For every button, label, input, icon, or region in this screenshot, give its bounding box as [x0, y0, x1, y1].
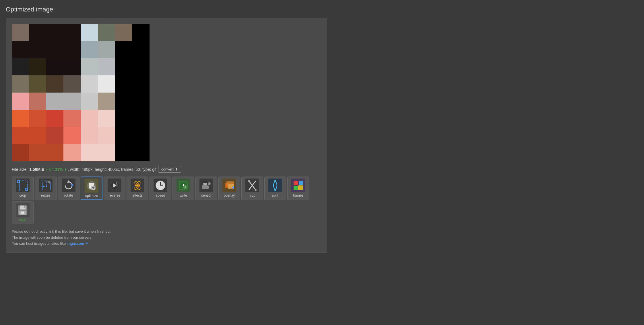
tool-speed-label: speed [156, 193, 165, 197]
tool-effects-label: effects [132, 193, 142, 197]
pixel-3 [63, 24, 81, 41]
pixel-5 [98, 24, 115, 41]
pixel-27 [63, 75, 81, 93]
pixel-63 [132, 144, 150, 161]
svg-rect-6 [42, 182, 50, 190]
tool-speed[interactable]: speed [150, 177, 171, 200]
imgur-link[interactable]: imgur.com ↗ [67, 241, 88, 246]
pixel-20 [81, 58, 98, 75]
tool-reverse[interactable]: reverse [104, 177, 125, 200]
pixel-11 [63, 41, 81, 58]
tool-overlay[interactable]: overlay [218, 177, 240, 200]
tool-save[interactable]: save [12, 201, 34, 224]
pixel-25 [29, 75, 46, 93]
svg-marker-9 [71, 183, 74, 187]
pixel-44 [81, 110, 98, 127]
pixel-14 [115, 41, 132, 58]
percent-value: 64.31% [49, 167, 63, 172]
footer-text: Please do not directly link this file, b… [12, 229, 321, 246]
optimize-icon [85, 179, 98, 193]
svg-rect-32 [203, 181, 207, 183]
pixel-47 [132, 110, 150, 127]
pixel-17 [29, 58, 46, 75]
convert-label: convert [161, 167, 174, 171]
pixel-19 [63, 58, 81, 75]
svg-rect-45 [299, 181, 303, 185]
pixel-54 [115, 127, 132, 144]
svg-point-42 [274, 180, 276, 182]
tool-write[interactable]: T+write [172, 177, 194, 200]
pixel-9 [29, 41, 46, 58]
pixel-12 [81, 41, 98, 58]
footer-line3: You can host images at sites like imgur.… [12, 241, 321, 247]
pixel-37 [98, 93, 115, 110]
pixel-22 [115, 58, 132, 75]
pixel-45 [98, 110, 115, 127]
svg-point-15 [116, 184, 118, 187]
pixel-23 [132, 58, 150, 75]
tool-crop-label: crop [19, 193, 26, 197]
pixel-10 [46, 41, 63, 58]
censor-icon [199, 179, 213, 192]
split-icon [268, 179, 282, 192]
pixel-52 [81, 127, 98, 144]
preview-image [12, 24, 150, 161]
pixel-21 [98, 58, 115, 75]
percent-close: ) [65, 167, 66, 172]
main-container: File size: 1.58MiB ( 64.31% ) , width: 4… [6, 18, 327, 252]
svg-point-40 [248, 180, 250, 182]
pixel-2 [46, 24, 63, 41]
file-info: File size: 1.58MiB ( 64.31% ) , width: 4… [12, 166, 321, 173]
pixel-1 [29, 24, 46, 41]
tool-cut-label: cut [250, 193, 255, 197]
pixel-51 [63, 127, 81, 144]
pixel-55 [132, 127, 150, 144]
pixel-4 [81, 24, 98, 41]
pixel-57 [29, 144, 46, 161]
pixel-61 [98, 144, 115, 161]
tool-censor[interactable]: censor [195, 177, 217, 200]
overlay-icon [222, 179, 236, 192]
tool-resize[interactable]: resize [35, 177, 57, 200]
image-area [12, 24, 321, 161]
tool-split[interactable]: split [264, 177, 286, 200]
svg-point-43 [274, 189, 276, 191]
dimensions-text: , width: 480px, height: 400px, frames: 5… [68, 167, 156, 172]
svg-marker-8 [67, 180, 70, 183]
pixel-58 [46, 144, 63, 161]
pixel-49 [29, 127, 46, 144]
tool-cut[interactable]: cut [241, 177, 263, 200]
tool-rotate[interactable]: rotate [58, 177, 79, 200]
pixel-39 [132, 93, 150, 110]
pixel-32 [12, 93, 29, 110]
write-icon: T+ [176, 179, 190, 192]
pixel-29 [98, 75, 115, 93]
svg-rect-47 [298, 185, 303, 190]
tool-write-label: write [180, 193, 187, 197]
rotate-icon [62, 179, 75, 192]
svg-rect-46 [294, 186, 298, 190]
convert-button[interactable]: convert ⬇ [158, 166, 181, 173]
pixel-56 [12, 144, 29, 161]
pixel-62 [115, 144, 132, 161]
footer-line3-prefix: You can host images at sites like [12, 241, 67, 246]
toolbar: cropresizerotateoptimizereverseeffectssp… [12, 177, 321, 224]
cut-icon [245, 179, 259, 192]
pixel-30 [115, 75, 132, 93]
pixel-60 [81, 144, 98, 161]
pixel-24 [12, 75, 29, 93]
tool-resize-label: resize [41, 193, 50, 197]
pixel-36 [81, 93, 98, 110]
svg-point-19 [136, 184, 139, 187]
svg-rect-44 [294, 181, 298, 185]
tool-optimize[interactable]: optimize [81, 177, 102, 200]
pixel-15 [132, 41, 150, 58]
tool-effects[interactable]: effects [127, 177, 148, 200]
file-size-value: 1.58MiB [29, 167, 44, 172]
pixel-46 [115, 110, 132, 127]
tool-frames[interactable]: frames [287, 177, 309, 200]
reverse-icon [108, 179, 121, 192]
svg-rect-31 [202, 185, 209, 189]
tool-crop[interactable]: crop [12, 177, 34, 200]
save-icon [16, 203, 30, 217]
